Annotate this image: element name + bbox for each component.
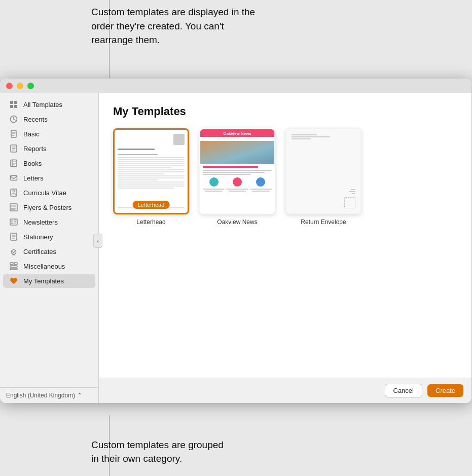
collapse-sidebar-button[interactable]: ‹ xyxy=(93,234,102,248)
ov-circle-2 xyxy=(233,177,242,187)
titlebar xyxy=(0,79,471,93)
svg-rect-2 xyxy=(10,105,13,108)
lh-tline-15 xyxy=(118,186,185,187)
template-grid: Letterhead Letterhead Oakview News Lorem… xyxy=(113,128,457,226)
ov-body xyxy=(200,164,274,194)
callout-bottom: Custom templates are grouped in their ow… xyxy=(81,433,243,471)
sidebar-item-miscellaneous[interactable]: Miscellaneous xyxy=(3,259,95,273)
ov-col-line-3-2 xyxy=(252,191,270,192)
sidebar-label-certificates: Certificates xyxy=(23,248,56,255)
sidebar-label-my-templates: My Templates xyxy=(23,277,64,285)
env-right xyxy=(344,189,355,208)
lh-tline-11 xyxy=(118,177,185,178)
lh-divider xyxy=(118,154,158,155)
template-label-return-envelope: Return Envelope xyxy=(301,218,346,226)
person-doc-icon xyxy=(9,188,18,197)
template-label-oakview-news: Oakview News xyxy=(217,218,257,226)
ov-line-3 xyxy=(203,174,251,175)
sidebar-item-letters[interactable]: Letters xyxy=(3,171,95,185)
lh-name-line xyxy=(118,149,155,150)
svg-rect-19 xyxy=(14,263,17,265)
lh-tline-2 xyxy=(118,159,185,160)
lh-tline-13 xyxy=(118,181,185,182)
ov-col-line-1-2 xyxy=(205,191,223,192)
certificate-icon xyxy=(9,247,18,256)
env-stamp xyxy=(344,197,355,208)
lh-tline-14 xyxy=(118,184,185,185)
main-window: All Templates Recents xyxy=(0,79,471,403)
template-thumb-letterhead[interactable]: Letterhead xyxy=(113,128,189,214)
ov-header: Oakview News xyxy=(200,129,274,137)
svg-rect-3 xyxy=(14,105,17,108)
env-line-4 xyxy=(351,189,355,190)
lh-tline-3 xyxy=(118,161,185,162)
env-line-2 xyxy=(292,136,330,137)
sidebar-label-newsletters: Newsletters xyxy=(23,218,58,226)
sidebar: All Templates Recents xyxy=(0,93,99,403)
ov-circle-3 xyxy=(256,177,265,187)
close-button[interactable] xyxy=(6,83,13,89)
svg-rect-9 xyxy=(11,176,17,180)
lh-tline-6 xyxy=(118,167,171,168)
sidebar-label-flyers-posters: Flyers & Posters xyxy=(23,204,71,211)
env-line-5 xyxy=(349,191,355,192)
stationery-icon xyxy=(9,232,18,241)
poster-icon xyxy=(9,203,18,212)
grid-icon xyxy=(9,100,18,109)
sidebar-item-basic[interactable]: Basic xyxy=(3,127,95,141)
lh-header xyxy=(118,134,185,145)
svg-rect-1 xyxy=(14,101,17,104)
lh-tline-5 xyxy=(118,165,185,166)
env-line-3 xyxy=(292,138,311,139)
maximize-button[interactable] xyxy=(27,83,34,89)
sidebar-item-flyers-posters[interactable]: Flyers & Posters xyxy=(3,200,95,214)
svg-rect-0 xyxy=(10,101,13,104)
template-thumb-return-envelope[interactable] xyxy=(285,128,361,214)
ov-circle-1 xyxy=(209,177,219,187)
lh-tline-12 xyxy=(118,179,158,180)
section-title: My Templates xyxy=(113,105,457,118)
sidebar-item-books[interactable]: Books xyxy=(3,156,95,170)
sidebar-label-letters: Letters xyxy=(23,174,44,182)
language-selector[interactable]: English (United Kingdom) ⌃ xyxy=(0,387,98,403)
newsletter-icon xyxy=(9,217,18,227)
sidebar-item-reports[interactable]: Reports xyxy=(3,141,95,156)
create-button[interactable]: Create xyxy=(427,384,463,397)
minimize-button[interactable] xyxy=(17,83,23,89)
ov-col-line-2-1 xyxy=(226,189,248,190)
ov-line-1 xyxy=(203,170,272,171)
svg-point-17 xyxy=(12,250,16,254)
ov-col-2 xyxy=(226,177,248,192)
sidebar-label-recents: Recents xyxy=(23,116,48,123)
lh-tline-10 xyxy=(118,175,185,176)
template-item-return-envelope[interactable]: Return Envelope xyxy=(285,128,361,226)
template-item-oakview-news[interactable]: Oakview News Lorem ipsum dolor sit amet … xyxy=(199,128,275,226)
chart-icon xyxy=(9,144,18,153)
sidebar-item-my-templates[interactable]: My Templates xyxy=(3,274,95,288)
ov-image xyxy=(200,141,274,164)
template-item-letterhead[interactable]: Letterhead Letterhead xyxy=(113,128,189,226)
lh-tline-1 xyxy=(118,157,185,158)
envelope-preview xyxy=(286,129,360,213)
bottom-bar: Cancel Create xyxy=(99,378,471,403)
lh-tline-9 xyxy=(118,173,164,174)
sidebar-item-certificates[interactable]: Certificates xyxy=(3,244,95,259)
language-label: English (United Kingdom) xyxy=(6,392,75,399)
template-thumb-oakview-news[interactable]: Oakview News Lorem ipsum dolor sit amet … xyxy=(199,128,275,214)
sidebar-item-stationery[interactable]: Stationery xyxy=(3,230,95,244)
ov-subheader: Lorem ipsum dolor sit amet consectetur xyxy=(200,137,274,140)
cancel-button[interactable]: Cancel xyxy=(385,384,422,397)
main-scroll: My Templates xyxy=(99,93,471,378)
svg-rect-21 xyxy=(10,268,17,270)
sidebar-item-newsletters[interactable]: Newsletters xyxy=(3,215,95,229)
window-body: All Templates Recents xyxy=(0,93,471,403)
ov-line-2 xyxy=(203,172,265,173)
sidebar-item-all-templates[interactable]: All Templates xyxy=(3,97,95,112)
sidebar-label-reports: Reports xyxy=(23,145,47,153)
template-badge-letterhead: Letterhead xyxy=(133,201,170,209)
sidebar-item-recents[interactable]: Recents xyxy=(3,112,95,126)
callout-top: Custom templates are displayed in the or… xyxy=(81,0,274,52)
ov-cols xyxy=(203,177,272,192)
sidebar-item-curricula-vitae[interactable]: Curricula Vitae xyxy=(3,186,95,200)
lh-tline-16 xyxy=(118,188,174,189)
